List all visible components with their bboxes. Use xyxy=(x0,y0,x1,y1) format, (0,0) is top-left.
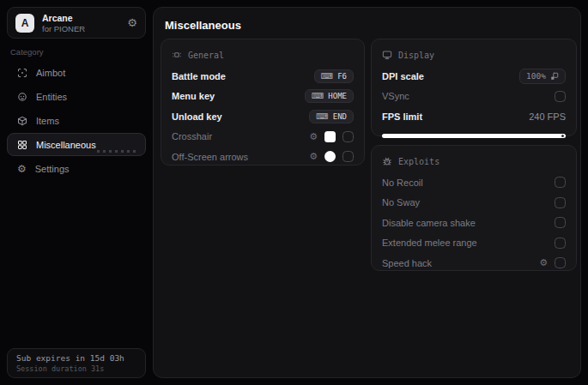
unload-key-key: END xyxy=(333,112,347,121)
offscreen-arrows-controls: ⚙ xyxy=(309,151,354,162)
menu-key-keybind-button[interactable]: ⌨ HOME xyxy=(305,89,354,103)
crosshair-label: Crosshair xyxy=(172,131,212,141)
speed-hack-label: Speed hack xyxy=(382,258,432,268)
speed-hack-controls: ⚙ xyxy=(539,257,566,268)
crosshair-row: Crosshair ⚙ xyxy=(172,127,354,147)
sidebar-item-label: Aimbot xyxy=(36,68,65,78)
menu-key-key: HOME xyxy=(328,92,347,100)
sidebar-item-label: Miscellaneous xyxy=(36,140,96,150)
sidebar-item-entities[interactable]: Entities xyxy=(7,85,146,108)
no-sway-checkbox[interactable] xyxy=(555,197,566,208)
unload-key-keybind-button[interactable]: ⌨ END xyxy=(309,110,354,123)
session-duration-text: Session duration 31s xyxy=(16,364,136,373)
no-sway-label: No Sway xyxy=(382,197,420,208)
subscription-info-card: Sub expires in 15d 03h Session duration … xyxy=(7,348,146,378)
offscreen-arrows-row: Off-Screen arrows ⚙ xyxy=(172,147,354,167)
category-label: Category xyxy=(10,47,44,57)
sidebar-nav: Aimbot Entities Items Miscellaneous ⚙ Se… xyxy=(7,61,146,181)
sidebar-item-label: Items xyxy=(36,116,59,126)
fps-limit-label: FPS limit xyxy=(382,111,422,122)
miscellaneous-icon xyxy=(17,140,27,150)
dpi-scale-value: 100% xyxy=(526,71,546,81)
entities-icon xyxy=(17,92,27,102)
crosshair-color-swatch[interactable] xyxy=(324,131,336,142)
keyboard-icon: ⌨ xyxy=(316,112,328,121)
sidebar: A Arcane for PIONER ⚙ Category Aimbot En… xyxy=(0,0,153,385)
speed-hack-config-gear-icon[interactable]: ⚙ xyxy=(539,257,548,268)
app-name: Arcane xyxy=(42,13,127,23)
keyboard-icon: ⌨ xyxy=(312,92,324,100)
general-card: General Battle mode ⌨ F6 Menu key ⌨ HOME… xyxy=(161,39,365,165)
speed-hack-checkbox[interactable] xyxy=(555,257,566,268)
exploits-card-title: Exploits xyxy=(398,157,439,166)
sidebar-item-items[interactable]: Items xyxy=(7,109,146,132)
main-panel: Miscellaneous General Battle mode ⌨ F6 M… xyxy=(153,7,581,378)
offscreen-arrows-color-swatch[interactable] xyxy=(324,151,336,162)
app-subtitle: for PIONER xyxy=(42,24,127,33)
exploits-bug-icon xyxy=(382,156,392,166)
items-icon xyxy=(17,116,27,126)
fps-limit-value: 240 FPS xyxy=(529,111,566,122)
offscreen-arrows-label: Off-Screen arrows xyxy=(172,152,248,162)
battle-mode-key: F6 xyxy=(337,72,347,81)
menu-key-row: Menu key ⌨ HOME xyxy=(172,87,354,107)
vsync-checkbox[interactable] xyxy=(555,91,566,102)
display-card: Display DPI scale 100% VSync FPS limit 2… xyxy=(371,39,577,136)
fps-limit-row: FPS limit 240 FPS xyxy=(382,106,566,127)
app-header-card: A Arcane for PIONER ⚙ xyxy=(7,7,146,39)
general-card-title: General xyxy=(188,51,224,60)
speed-hack-row: Speed hack ⚙ xyxy=(382,253,566,274)
sidebar-item-label: Settings xyxy=(35,164,70,174)
extended-melee-range-checkbox[interactable] xyxy=(555,238,566,249)
display-icon xyxy=(382,50,392,60)
vsync-row: VSync xyxy=(382,87,566,107)
general-icon xyxy=(172,50,182,60)
extended-melee-range-label: Extended melee range xyxy=(382,238,477,248)
sidebar-item-settings[interactable]: ⚙ Settings xyxy=(7,157,146,180)
menu-key-label: Menu key xyxy=(172,91,215,101)
fps-limit-slider[interactable] xyxy=(382,134,566,138)
dpi-scale-selector[interactable]: 100% xyxy=(519,69,566,84)
disable-camera-shake-row: Disable camera shake xyxy=(382,213,566,233)
disable-camera-shake-label: Disable camera shake xyxy=(382,218,476,228)
crosshair-config-gear-icon[interactable]: ⚙ xyxy=(309,131,318,142)
battle-mode-label: Battle mode xyxy=(172,71,226,81)
sidebar-item-aimbot[interactable]: Aimbot xyxy=(7,61,146,84)
dpi-scale-label: DPI scale xyxy=(382,71,424,81)
app-logo: A xyxy=(15,14,34,33)
offscreen-arrows-config-gear-icon[interactable]: ⚙ xyxy=(309,151,318,162)
disable-camera-shake-checkbox[interactable] xyxy=(555,217,566,228)
sub-expiry-text: Sub expires in 15d 03h xyxy=(16,353,136,363)
display-card-header: Display xyxy=(382,47,566,63)
battle-mode-keybind-button[interactable]: ⌨ F6 xyxy=(314,69,354,83)
crosshair-checkbox[interactable] xyxy=(342,131,354,142)
dpi-scale-row: DPI scale 100% xyxy=(382,66,566,87)
exploits-card-header: Exploits xyxy=(382,153,566,169)
app-title-block: Arcane for PIONER xyxy=(42,13,127,33)
sidebar-item-label: Entities xyxy=(36,92,67,102)
aimbot-icon xyxy=(17,68,27,78)
scale-icon xyxy=(550,72,559,81)
no-recoil-label: No Recoil xyxy=(382,177,423,188)
general-card-header: General xyxy=(172,47,354,63)
vsync-label: VSync xyxy=(382,91,409,101)
offscreen-arrows-checkbox[interactable] xyxy=(342,151,354,162)
fps-limit-slider-handle[interactable] xyxy=(561,135,564,137)
unload-key-label: Unload key xyxy=(172,111,222,122)
sidebar-item-miscellaneous[interactable]: Miscellaneous xyxy=(7,133,146,156)
settings-gear-icon[interactable]: ⚙ xyxy=(127,16,137,29)
keyboard-icon: ⌨ xyxy=(321,72,333,81)
display-card-title: Display xyxy=(398,51,434,60)
page-title: Miscellaneous xyxy=(165,19,241,32)
crosshair-controls: ⚙ xyxy=(309,131,354,142)
no-recoil-row: No Recoil xyxy=(382,172,566,193)
settings-icon: ⚙ xyxy=(17,163,27,175)
battle-mode-row: Battle mode ⌨ F6 xyxy=(172,66,354,87)
no-sway-row: No Sway xyxy=(382,193,566,214)
unload-key-row: Unload key ⌨ END xyxy=(172,106,354,127)
exploits-card: Exploits No Recoil No Sway Disable camer… xyxy=(371,145,577,271)
no-recoil-checkbox[interactable] xyxy=(555,177,566,188)
selected-item-dots-decoration xyxy=(97,150,136,153)
extended-melee-range-row: Extended melee range xyxy=(382,233,566,254)
